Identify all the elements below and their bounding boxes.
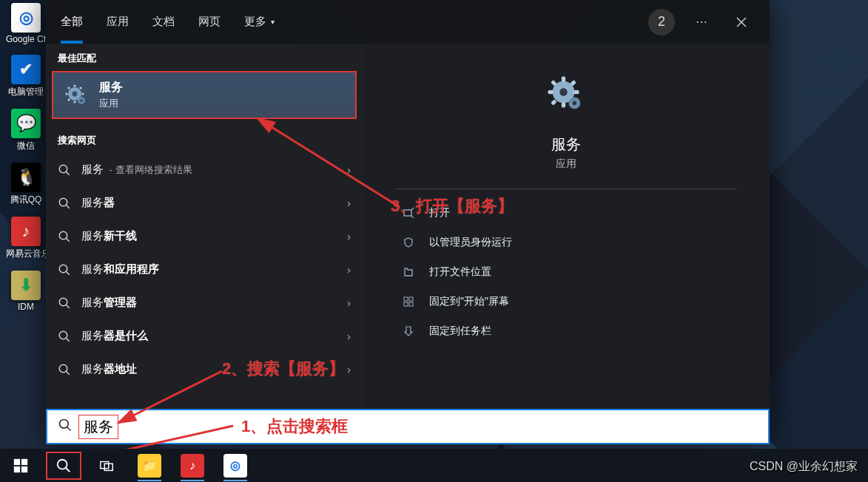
close-icon [736,16,747,28]
search-icon [58,263,71,276]
svg-point-14 [59,165,67,173]
best-match-subtitle: 应用 [99,97,123,110]
search-icon [58,163,71,177]
desktop-icon-column: ◎ Google Chrome✔ 电脑管理💬 微信🐧 腾讯QQ♪ 网易云音乐⬇ … [6,3,46,312]
chevron-right-icon: › [347,263,351,276]
svg-line-25 [66,338,70,342]
svg-point-11 [73,91,78,96]
app-icon: ◎ [11,3,41,33]
action-icon [401,265,416,279]
svg-point-9 [67,98,70,101]
svg-line-27 [66,371,70,375]
best-match-item[interactable]: 服务 应用 [52,71,357,119]
search-suggestion[interactable]: 服务 - 查看网络搜索结果 › [46,153,363,186]
desktop-icon[interactable]: ✔ 电脑管理 [6,55,46,98]
svg-point-6 [81,92,84,95]
svg-rect-53 [21,466,27,472]
annotation-3: 3、打开【服务】 [391,195,514,217]
search-header: 全部应用文档网页更多 ▾ 2 ⋯ [46,0,770,44]
task-view-button[interactable] [89,452,124,480]
svg-rect-35 [551,99,557,106]
svg-point-26 [59,364,67,373]
svg-line-19 [66,238,70,242]
web-results-list: 服务 - 查看网络搜索结果 › 服务器 › 服务新干线 › 服务和应用程序 › … [46,153,363,386]
annotation-2: 2、搜索【服务】 [222,358,345,380]
detail-action[interactable]: 固定到"开始"屏幕 [395,287,737,316]
app-icon: ⬇ [11,271,41,300]
search-suggestion[interactable]: 服务和应用程序 › [46,253,363,286]
more-options-button[interactable]: ⋯ [688,9,715,35]
action-label: 固定到任务栏 [429,325,491,338]
services-gear-icon [64,83,89,108]
app-icon: 💬 [11,109,41,138]
svg-point-18 [59,231,67,240]
desktop-icon[interactable]: 💬 微信 [6,109,46,152]
search-tab[interactable]: 应用 [107,0,129,44]
app-icon: 🐧 [11,163,41,192]
svg-rect-52 [14,466,20,472]
svg-point-8 [79,86,81,89]
notification-badge[interactable]: 2 [648,9,675,35]
icon-label: 网易云音乐 [6,248,46,260]
action-icon [401,235,416,250]
svg-point-3 [73,84,75,86]
svg-rect-29 [562,77,565,82]
svg-rect-32 [574,90,579,94]
svg-rect-42 [409,297,413,301]
search-icon [58,296,71,310]
icon-label: 腾讯QQ [10,194,42,206]
svg-point-54 [58,459,67,469]
search-tabs: 全部应用文档网页更多 ▾ [46,0,275,44]
suggestion-text: 服务器 [81,196,118,210]
search-tab[interactable]: 文档 [152,0,175,44]
search-header-right: 2 ⋯ [648,9,770,35]
search-icon [55,458,72,474]
icon-label: 电脑管理 [8,86,44,98]
task-view-icon [98,458,115,474]
taskbar-app-chrome[interactable]: ◎ [218,452,253,480]
search-suggestion[interactable]: 服务器 › [46,186,363,220]
svg-point-4 [73,101,75,103]
desktop-icon[interactable]: ◎ Google Chrome [6,3,46,44]
action-icon [401,294,416,309]
taskbar-search-button[interactable] [46,452,81,480]
search-suggestion[interactable]: 服务新干线 › [46,220,363,253]
search-icon [58,330,71,343]
results-column: 最佳匹配 服务 应用 搜索网页 服务 - 查看网络搜索结 [46,44,363,409]
svg-line-55 [66,467,70,472]
start-button[interactable] [3,452,38,480]
taskbar-app-file-explorer[interactable]: 📁 [132,452,167,480]
search-suggestion[interactable]: 服务器是什么 › [46,319,363,353]
desktop-icon[interactable]: ⬇ IDM [6,271,46,312]
svg-rect-43 [404,302,408,306]
svg-rect-41 [404,297,408,301]
svg-rect-51 [21,458,27,464]
desktop-icon[interactable]: 🐧 腾讯QQ [6,163,46,206]
close-button[interactable] [728,9,755,35]
desktop-icon[interactable]: ♪ 网易云音乐 [6,217,46,260]
search-tab[interactable]: 网页 [198,0,221,44]
search-tab-more[interactable]: 更多 ▾ [244,0,275,44]
svg-rect-44 [409,302,413,306]
search-icon [58,418,73,435]
app-icon: ✔ [11,55,41,84]
svg-rect-50 [14,458,20,464]
icon-label: IDM [18,302,34,312]
detail-pane: 服务 应用 打开 以管理员身份运行 打开文件位置 固定到"开始"屏幕 固定到任务… [363,44,770,409]
detail-action[interactable]: 打开文件位置 [395,257,737,287]
svg-point-5 [65,92,67,95]
svg-point-7 [67,86,70,89]
svg-line-21 [66,271,70,275]
taskbar-app-netease[interactable]: ♪ [175,452,210,480]
search-input-box[interactable]: 服务 [46,409,770,444]
search-tab[interactable]: 全部 [61,0,83,44]
suggestion-text: 服务 - 查看网络搜索结果 [81,163,192,177]
section-web: 搜索网页 [46,126,363,153]
watermark: CSDN @业余幻想家 [750,459,858,475]
detail-action[interactable]: 以管理员身份运行 [395,228,737,257]
svg-rect-31 [548,90,554,94]
search-suggestion[interactable]: 服务管理器 › [46,286,363,319]
detail-action[interactable]: 固定到任务栏 [395,316,737,346]
chevron-right-icon: › [347,230,351,242]
svg-point-37 [559,88,568,96]
